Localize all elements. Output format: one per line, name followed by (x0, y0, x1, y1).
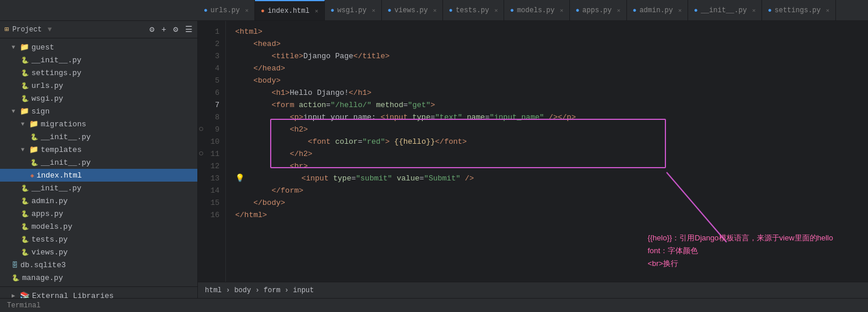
arrow-templates (21, 147, 27, 153)
sidebar-item-sign-admin[interactable]: 🐍 admin.py (0, 194, 197, 207)
code-token-3c: </title> (353, 50, 389, 62)
py-icon-guest-init: 🐍 (21, 56, 29, 64)
tab-views[interactable]: ● views.py ✕ (382, 0, 443, 21)
sidebar-item-sign-views[interactable]: 🐍 views.py (0, 246, 197, 258)
code-indent-13 (247, 172, 302, 185)
sidebar-item-manage-label: manage.py (22, 274, 63, 282)
sidebar-bottom: 📚 External Libraries (0, 286, 197, 298)
tab-settings-close[interactable]: ✕ (826, 7, 830, 14)
code-line-8: <p>input your name: <input type="text" n… (235, 111, 868, 123)
tab-tests-label: tests.py (456, 6, 490, 15)
sidebar-tree: 📁 guest 🐍 __init__.py 🐍 settings.py 🐍 ur… (0, 38, 197, 286)
sidebar-item-sign-init[interactable]: 🐍 __init__.py (0, 182, 197, 194)
code-indent-6 (235, 87, 271, 99)
code-token-7d: "/hello/" (331, 99, 371, 111)
folder-icon-templates: 📁 (29, 145, 38, 154)
sidebar-title: Project (12, 26, 41, 34)
code-token-12: <br> (290, 160, 308, 172)
code-token-8e: "text" (435, 111, 462, 123)
sidebar-item-manage[interactable]: 🐍 manage.py (0, 271, 197, 284)
code-token-7g: = (403, 99, 408, 111)
line-num-7: 7 (198, 99, 225, 111)
line-num-5: 5 (198, 75, 225, 87)
sidebar-item-templates[interactable]: 📁 templates (0, 143, 197, 156)
code-token-7h: "get" (408, 99, 431, 111)
tab-wsgi[interactable]: ● wsgi.py ✕ (325, 0, 382, 21)
sidebar-item-migrations-init[interactable]: 🐍 __init__.py (0, 130, 197, 143)
code-token-10d: > (385, 136, 394, 148)
tab-apps-close[interactable]: ✕ (617, 7, 621, 14)
sidebar-item-guest[interactable]: 📁 guest (0, 41, 197, 54)
sidebar-item-guest-urls[interactable]: 🐍 urls.py (0, 79, 197, 92)
sidebar-item-sign-models-label: models.py (31, 222, 72, 231)
code-token-8h: /> (548, 111, 558, 123)
tab-urls-close[interactable]: ✕ (245, 7, 249, 14)
tab-init2-close[interactable]: ✕ (752, 7, 756, 14)
tab-wsgi-label: wsgi.py (337, 6, 366, 15)
sidebar-item-guest-settings[interactable]: 🐍 settings.py (0, 66, 197, 79)
code-token-10c: "red" (362, 136, 385, 148)
py-icon-guest-wsgi: 🐍 (21, 95, 29, 102)
code-token-10e: {{hello}} (394, 136, 435, 148)
code-token-6a: <h1> (271, 87, 289, 99)
sidebar-item-templates-label: templates (41, 146, 82, 154)
sidebar-action-2[interactable]: + (161, 25, 166, 34)
terminal-bar[interactable]: Terminal (0, 298, 868, 312)
sidebar-item-sign-models[interactable]: 🐍 models.py (0, 220, 197, 233)
sidebar-action-1[interactable]: ⚙ (150, 24, 154, 34)
code-indent-15 (235, 197, 253, 209)
code-token-16: </html> (235, 209, 267, 221)
tab-admin-label: admin.py (639, 6, 673, 15)
sidebar-item-guest-init-label: __init__.py (31, 56, 82, 65)
folder-icon-sign: 📁 (20, 107, 29, 116)
tab-init2-label: __init__.py (701, 6, 747, 15)
sidebar-item-sign-apps[interactable]: 🐍 apps.py (0, 207, 197, 220)
tab-index-html-close[interactable]: ✕ (315, 8, 318, 15)
tab-tests[interactable]: ● tests.py ✕ (443, 0, 504, 21)
tab-models-close[interactable]: ✕ (560, 7, 564, 14)
tab-init2[interactable]: ● __init__.py ✕ (688, 0, 762, 21)
tab-apps[interactable]: ● apps.py ✕ (570, 0, 627, 21)
footer-bar: html › body › form › input (198, 282, 868, 298)
code-token-13e: "Submit" (424, 172, 460, 185)
tab-admin[interactable]: ● admin.py ✕ (627, 0, 688, 21)
sidebar-item-external-libraries[interactable]: 📚 External Libraries (0, 289, 197, 298)
lightbulb-icon[interactable]: 💡 (235, 172, 245, 185)
tab-wsgi-close[interactable]: ✕ (372, 7, 375, 14)
tab-views-close[interactable]: ✕ (433, 7, 437, 14)
sidebar-item-index-html[interactable]: ◈ index.html (0, 169, 197, 182)
tab-tests-close[interactable]: ✕ (494, 7, 498, 14)
sidebar-item-migrations[interactable]: 📁 migrations (0, 118, 197, 130)
sidebar-action-3[interactable]: ⚙ (173, 24, 178, 34)
tab-admin-close[interactable]: ✕ (678, 7, 682, 14)
sidebar-item-templates-init[interactable]: 🐍 __init__.py (0, 156, 197, 169)
sidebar-item-sign-views-label: views.py (31, 248, 68, 257)
sidebar-item-guest-init[interactable]: 🐍 __init__.py (0, 54, 197, 66)
code-token-1: <html> (235, 26, 263, 38)
terminal-label: Terminal (7, 302, 41, 310)
sidebar-action-4[interactable]: ☰ (185, 24, 193, 34)
code-token-7i: > (431, 99, 435, 111)
line-num-9: 9 (198, 123, 225, 136)
arrow-external (12, 292, 17, 298)
tab-models[interactable]: ● models.py ✕ (504, 0, 569, 21)
sidebar-item-sign[interactable]: 📁 sign (0, 105, 197, 118)
line-num-3: 3 (198, 50, 225, 62)
line-num-8: 8 (198, 111, 225, 123)
editor-area[interactable]: 1 2 3 4 5 6 7 8 9 10 11 12 13 14 (198, 21, 868, 298)
tab-index-html[interactable]: ● index.html ✕ (255, 0, 325, 21)
code-indent-3 (235, 50, 271, 62)
sidebar-item-sign-admin-label: admin.py (31, 197, 68, 205)
code-indent-4 (235, 62, 253, 75)
sidebar-item-guest-wsgi[interactable]: 🐍 wsgi.py (0, 92, 197, 105)
tab-urls[interactable]: ● urls.py ✕ (198, 0, 255, 21)
code-lines[interactable]: <html> <head> <title>Django Page</title>… (226, 21, 868, 282)
tab-settings[interactable]: ● settings.py ✕ (762, 0, 836, 21)
sidebar-item-sign-tests[interactable]: 🐍 tests.py (0, 233, 197, 246)
sidebar-item-db[interactable]: 🗄 db.sqlite3 (0, 258, 197, 271)
code-token-7a: <form (271, 99, 299, 111)
project-dropdown[interactable]: ▼ (48, 26, 52, 34)
tab-views-label: views.py (394, 6, 428, 15)
breadcrumb: html › body › form › input (205, 286, 314, 295)
code-indent-5 (235, 75, 253, 87)
